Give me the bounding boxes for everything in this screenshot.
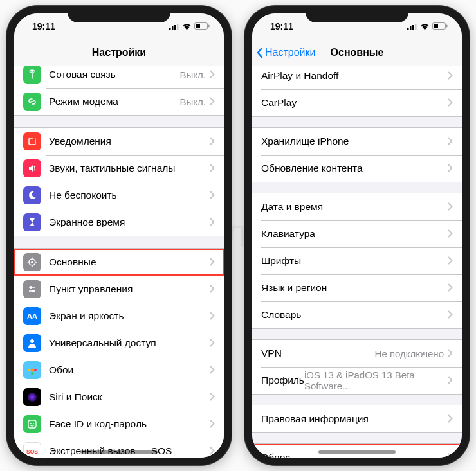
settings-row[interactable]: Основные xyxy=(14,249,224,276)
row-label: Режим модема xyxy=(49,96,180,107)
settings-row[interactable]: Обновление контента xyxy=(252,155,462,182)
row-value: iOS 13 & iPadOS 13 Beta Software... xyxy=(304,369,444,391)
svg-text:AA: AA xyxy=(27,312,37,320)
svg-point-25 xyxy=(28,369,30,371)
settings-row[interactable]: Экранное время xyxy=(14,209,224,236)
settings-row[interactable]: Универсальный доступ xyxy=(14,330,224,357)
chevron-right-icon xyxy=(448,97,453,109)
nav-bar: Настройки Основные xyxy=(252,39,462,66)
svg-point-10 xyxy=(31,261,33,263)
row-label: Клавиатура xyxy=(261,228,448,240)
chevron-right-icon xyxy=(448,348,453,359)
svg-rect-6 xyxy=(196,24,200,28)
settings-row[interactable]: ПрофильiOS 13 & iPadOS 13 Beta Software.… xyxy=(252,367,462,394)
settings-group: Правовая информация xyxy=(252,405,462,433)
antenna-icon xyxy=(23,66,41,84)
back-button[interactable]: Настройки xyxy=(256,47,315,58)
settings-group: Хранилище iPhoneОбновление контента xyxy=(252,127,462,182)
settings-row[interactable]: VPNНе подключено xyxy=(252,340,462,367)
chevron-right-icon xyxy=(210,163,215,174)
settings-row[interactable]: Звуки, тактильные сигналы xyxy=(14,155,224,182)
moon-icon xyxy=(23,186,41,204)
cellular-signal-icon xyxy=(169,23,179,30)
status-icons xyxy=(407,22,448,30)
settings-list[interactable]: Сотовая связьВыкл.Режим модемаВыкл.Уведо… xyxy=(14,66,224,458)
svg-rect-3 xyxy=(177,24,179,30)
home-indicator[interactable] xyxy=(80,450,158,454)
chevron-right-icon xyxy=(210,96,215,107)
settings-row[interactable]: Обои xyxy=(14,357,224,384)
settings-row[interactable]: Пункт управления xyxy=(14,276,224,303)
hourglass-icon xyxy=(23,213,41,231)
settings-row[interactable]: Дата и время xyxy=(252,193,462,220)
chevron-right-icon xyxy=(448,452,453,458)
settings-row[interactable]: AirPlay и Handoff xyxy=(252,66,462,89)
row-value: Выкл. xyxy=(180,96,206,107)
settings-row[interactable]: Не беспокоить xyxy=(14,182,224,209)
svg-point-24 xyxy=(31,372,33,375)
wifi-icon xyxy=(420,23,430,30)
row-label: Не беспокоить xyxy=(49,190,210,201)
chevron-right-icon xyxy=(210,256,215,268)
settings-row[interactable]: SOSЭкстренный вызов — SOS xyxy=(14,438,224,458)
settings-row[interactable]: Siri и Поиск xyxy=(14,384,224,411)
notch xyxy=(68,6,170,22)
chevron-right-icon xyxy=(448,163,453,174)
settings-group: ОсновныеПункт управленияAAЭкран и яркост… xyxy=(14,248,224,458)
sos-icon: SOS xyxy=(23,442,41,458)
row-label: Уведомления xyxy=(49,136,210,147)
svg-point-20 xyxy=(30,339,34,343)
row-label: Основные xyxy=(49,256,210,268)
settings-row[interactable]: Словарь xyxy=(252,301,462,328)
svg-text:SOS: SOS xyxy=(26,449,38,455)
row-label: CarPlay xyxy=(261,97,448,109)
row-label: Дата и время xyxy=(261,201,448,213)
svg-point-23 xyxy=(34,369,37,371)
chevron-right-icon xyxy=(210,445,215,457)
link-icon xyxy=(23,93,41,111)
chevron-right-icon xyxy=(210,217,215,228)
settings-row[interactable]: Правовая информация xyxy=(252,405,462,432)
svg-rect-36 xyxy=(415,24,417,30)
chevron-right-icon xyxy=(448,282,453,294)
row-label: Правовая информация xyxy=(261,413,448,425)
general-list[interactable]: AirPlay и HandoffCarPlayХранилище iPhone… xyxy=(252,66,462,458)
settings-row[interactable]: Уведомления xyxy=(14,128,224,155)
wifi-icon xyxy=(182,23,192,30)
settings-row[interactable]: Режим модемаВыкл. xyxy=(14,88,224,115)
status-icons xyxy=(169,22,210,30)
chevron-right-icon xyxy=(448,70,453,82)
svg-point-22 xyxy=(31,366,33,368)
settings-row[interactable]: Сотовая связьВыкл. xyxy=(14,66,224,88)
chevron-right-icon xyxy=(210,190,215,201)
row-label: Face ID и код-пароль xyxy=(49,418,210,430)
chevron-right-icon xyxy=(210,364,215,376)
chevron-right-icon xyxy=(210,418,215,430)
row-value: Выкл. xyxy=(180,69,206,80)
cellular-signal-icon xyxy=(407,23,417,30)
settings-row[interactable]: Язык и регион xyxy=(252,274,462,301)
chevron-right-icon xyxy=(448,228,453,240)
row-label: Звуки, тактильные сигналы xyxy=(49,163,210,174)
nav-bar: Настройки xyxy=(14,39,224,66)
sliders-icon xyxy=(23,280,41,298)
home-indicator[interactable] xyxy=(318,450,396,454)
settings-row[interactable]: AAЭкран и яркость xyxy=(14,303,224,330)
chevron-right-icon xyxy=(210,310,215,322)
status-time: 19:11 xyxy=(270,21,293,31)
settings-row[interactable]: Клавиатура xyxy=(252,220,462,247)
row-label: Словарь xyxy=(261,309,448,321)
notch xyxy=(306,6,408,22)
row-label: Обои xyxy=(49,364,210,376)
settings-group: Сотовая связьВыкл.Режим модемаВыкл. xyxy=(14,66,224,116)
settings-row[interactable]: Face ID и код-пароль xyxy=(14,411,224,438)
settings-row[interactable]: Хранилище iPhone xyxy=(252,128,462,155)
chevron-right-icon xyxy=(448,309,453,321)
svg-rect-34 xyxy=(410,26,412,30)
gear-icon xyxy=(23,253,41,271)
settings-group: Дата и времяКлавиатураШрифтыЯзык и регио… xyxy=(252,193,462,329)
settings-row[interactable]: Шрифты xyxy=(252,247,462,274)
row-value: Не подключено xyxy=(375,348,444,359)
row-label: Шрифты xyxy=(261,255,448,267)
settings-row[interactable]: CarPlay xyxy=(252,89,462,116)
